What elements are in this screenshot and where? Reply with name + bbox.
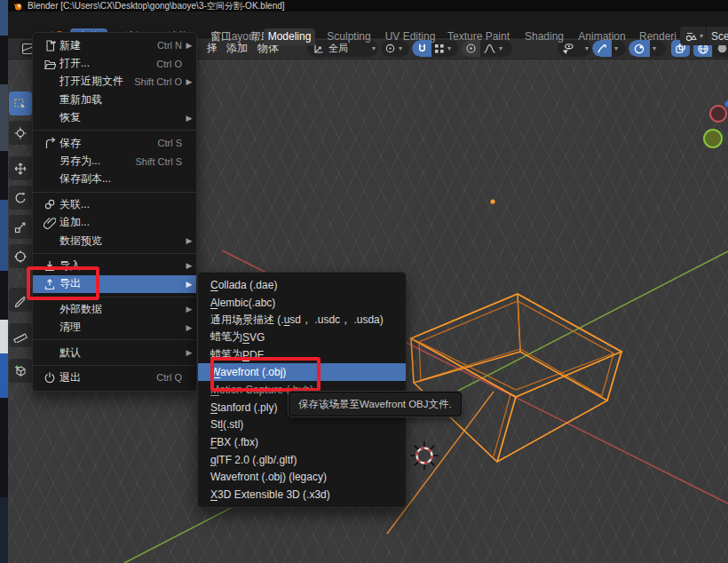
file-menu-item-8[interactable]: 保存副本... <box>33 170 196 188</box>
file-menu-item-6[interactable]: 保存Ctrl S <box>33 134 196 152</box>
menu-item-label: 关联... <box>59 197 182 212</box>
submenu-arrow-icon: ▶ <box>184 236 194 245</box>
tool-cursor[interactable] <box>9 121 32 145</box>
tool-select-box[interactable] <box>9 91 32 115</box>
file-menu-item-2[interactable]: 打开近期文件Shift Ctrl O▶ <box>33 73 196 91</box>
export-menu-item-0[interactable]: Collada (.dae) <box>198 276 406 294</box>
menu-separator <box>33 337 196 344</box>
menu-item-shortcut: Ctrl O <box>156 59 182 69</box>
menu-separator <box>33 127 196 134</box>
export-menu-item-3[interactable]: 蜡笔为SVG <box>198 329 406 346</box>
workspace-tab-uv-editing[interactable]: UV Editing <box>382 28 439 45</box>
submenu-arrow-icon: ▶ <box>184 323 194 332</box>
new-icon <box>33 39 59 52</box>
window-title: Blender [C:\Users\CX\Desktop\gong\baoye\… <box>28 0 285 12</box>
menu-item-label: 打开近期文件 <box>59 74 134 89</box>
submenu-arrow-icon: ▶ <box>184 348 194 357</box>
tool-move[interactable] <box>9 156 32 180</box>
file-menu-item-12[interactable]: 数据预览▶ <box>33 232 196 250</box>
menu-item-label: 导入 <box>59 258 182 274</box>
scale-icon <box>13 220 28 234</box>
file-menu-item-20[interactable]: 默认▶ <box>33 344 196 361</box>
add-cube-icon <box>13 364 28 378</box>
export-menu-item-11[interactable]: Wavefront (.obj) (legacy) <box>198 469 406 487</box>
workspace-tab-modeling[interactable]: Modeling <box>264 28 315 45</box>
workspace-tab-layout[interactable]: Layout <box>221 28 262 45</box>
file-menu-item-10[interactable]: 关联... <box>33 195 196 213</box>
file-menu-item-1[interactable]: 打开...Ctrl O <box>33 54 196 72</box>
menu-item-shortcut: Ctrl Q <box>156 372 182 383</box>
save-icon <box>33 137 59 149</box>
tool-rotate[interactable] <box>9 186 32 210</box>
workspace-tab-texture-paint[interactable]: Texture Paint <box>444 28 513 45</box>
menu-item-label: 恢复 <box>59 110 182 125</box>
export-menu-item-10[interactable]: glTF 2.0 (.glb/.gltf) <box>198 451 406 469</box>
submenu-arrow-icon: ▶ <box>184 280 194 289</box>
menu-item-label: 默认 <box>59 345 182 361</box>
file-menu-item-3[interactable]: 重新加载 <box>33 91 196 108</box>
menu-item-label: 新建 <box>59 38 157 53</box>
tool-scale[interactable] <box>9 215 32 239</box>
chevron-down-icon: ▾ <box>582 44 591 52</box>
menu-item-shortcut: Ctrl N <box>157 40 182 51</box>
workspace-tab-renderi[interactable]: Renderi <box>637 28 678 45</box>
export-menu-item-4[interactable]: 蜡笔为PDF <box>198 346 406 364</box>
submenu-arrow-icon: ▶ <box>184 261 194 270</box>
export-menu-item-2[interactable]: 通用场景描述 (.usd， .usdc， .usda) <box>198 311 406 329</box>
scene-selector[interactable]: ▾ Sce <box>680 27 728 45</box>
export-menu-item-9[interactable]: FBX (.fbx) <box>198 433 406 451</box>
scene-name: Sce <box>707 30 728 43</box>
measure-icon <box>13 329 28 343</box>
export-menu-item-12[interactable]: X3D Extensible 3D (.x3d) <box>198 486 406 504</box>
export-menu-item-1[interactable]: Alembic(.abc) <box>198 294 406 312</box>
menu-item-label: 保存副本... <box>59 171 182 186</box>
menu-item-label: 导出 <box>59 276 182 291</box>
menu-item-label: 退出 <box>59 370 156 385</box>
menu-item-label: 保存 <box>59 136 158 151</box>
file-menu-item-7[interactable]: 另存为...Shift Ctrl S <box>33 152 196 170</box>
file-menu-item-14[interactable]: 导入▶ <box>33 257 196 274</box>
annotate-icon <box>13 293 28 307</box>
submenu-arrow-icon: ▶ <box>184 305 194 313</box>
tooltip-text: 保存该场景至Wavefront OBJ文件. <box>298 398 452 411</box>
menu-item-label: 追加... <box>59 215 182 230</box>
tooltip: 保存该场景至Wavefront OBJ文件. <box>289 392 462 416</box>
file-menu-item-4[interactable]: 恢复▶ <box>33 109 196 127</box>
file-menu-item-17[interactable]: 外部数据▶ <box>33 300 196 318</box>
import-icon <box>33 259 59 272</box>
export-menu-item-5[interactable]: Wavefront (.obj) <box>198 363 406 381</box>
chevron-down-icon: ▾ <box>369 44 378 52</box>
workspace-tab-sculpting[interactable]: Sculpting <box>323 28 375 45</box>
tool-measure[interactable] <box>9 323 32 347</box>
link-icon <box>33 198 59 210</box>
menu-item-label: 另存为... <box>59 154 135 169</box>
workspace-tab-animation[interactable]: Animation <box>575 28 629 45</box>
export-submenu: Collada (.dae)Alembic(.abc)通用场景描述 (.usd，… <box>197 272 407 508</box>
move-icon <box>13 162 28 176</box>
chevron-down-icon: ▾ <box>496 44 505 52</box>
scene-icon <box>684 30 697 43</box>
menu-item-label: 打开... <box>59 56 156 71</box>
blender-logo-icon <box>13 2 22 11</box>
tool-add-cube[interactable] <box>9 359 32 383</box>
file-menu-item-0[interactable]: 新建Ctrl N▶ <box>33 36 196 54</box>
chevron-down-icon: ▾ <box>612 44 621 52</box>
file-menu-item-22[interactable]: 退出Ctrl Q <box>33 369 196 386</box>
tool-transform[interactable] <box>9 244 32 268</box>
transform-icon <box>13 250 28 264</box>
quit-icon <box>33 371 59 384</box>
file-menu-item-18[interactable]: 清理▶ <box>33 318 196 336</box>
tool-annotate[interactable] <box>9 288 32 312</box>
export-menu-item-8[interactable]: Stl (.stl) <box>198 416 406 434</box>
workspace-tab-shading[interactable]: Shading <box>522 28 566 45</box>
rotate-icon <box>13 191 28 205</box>
chevron-down-icon: ▾ <box>697 32 706 40</box>
cursor-icon <box>13 126 28 140</box>
submenu-arrow-icon: ▶ <box>184 41 194 50</box>
chevron-down-icon: ▾ <box>396 44 405 52</box>
chevron-down-icon: ▾ <box>650 44 659 52</box>
open-icon <box>33 58 59 70</box>
blender-window: Blender [C:\Users\CX\Desktop\gong\baoye\… <box>0 0 728 563</box>
file-menu-item-15[interactable]: 导出▶ <box>33 275 196 293</box>
file-menu-item-11[interactable]: 追加... <box>33 214 196 232</box>
